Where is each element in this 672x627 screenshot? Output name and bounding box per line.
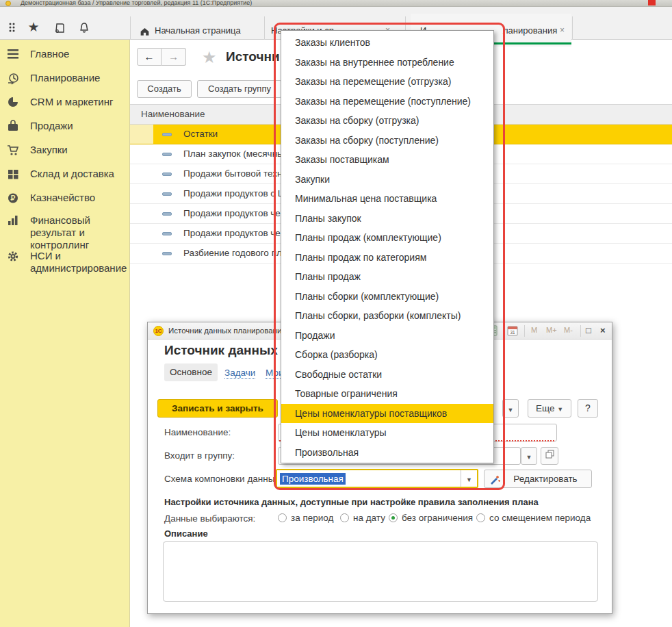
tab-home-label: Начальная страница [155, 25, 241, 36]
sidebar-item-label: Закупки [30, 144, 126, 156]
home-icon [140, 27, 150, 38]
settings-section-heading: Настройки источника данных, доступные пр… [164, 497, 539, 507]
radio-date[interactable]: на дату [340, 513, 385, 523]
radio-circle [340, 513, 349, 522]
titlebar-divider [580, 325, 581, 337]
dropdown-item[interactable]: Заказы поставщикам [281, 150, 493, 170]
edit-scheme-button[interactable]: Редактировать [484, 470, 592, 488]
scheme-combobox[interactable]: Произвольная ▼ [276, 469, 478, 488]
dropdown-item[interactable]: Заказы клиентов [281, 33, 493, 53]
toolbar-split-caret-button[interactable]: ▼ [502, 399, 519, 418]
notifications-bell-icon[interactable] [77, 22, 92, 37]
row-label: Остатки [183, 125, 218, 144]
group-dropdown-button[interactable]: ▼ [521, 447, 537, 465]
dropdown-item[interactable]: Свободные остатки [281, 365, 493, 385]
radio-circle [278, 513, 287, 522]
scheme-dropdown-list: Заказы клиентов Заказы на внутреннее пот… [281, 30, 494, 463]
memory-button[interactable]: M [531, 326, 537, 334]
tab-divider [572, 16, 573, 40]
radio-no-limit[interactable]: без ограничения [389, 513, 473, 523]
dropdown-item-highlighted[interactable]: Цены номенклатуры поставщиков [281, 404, 493, 424]
create-group-button[interactable]: Создать группу [197, 80, 282, 98]
radio-label: со смещением периода [489, 513, 591, 523]
tab-sources-label-suffix: ланирования [503, 25, 557, 36]
edit-scheme-label: Редактировать [513, 474, 577, 484]
more-button[interactable]: Еще ▼ [528, 399, 571, 418]
dropdown-item[interactable]: Минимальная цена поставщика [281, 189, 493, 209]
memory-minus-button[interactable]: M- [564, 326, 573, 334]
dropdown-item[interactable]: Заказы на сборку (поступление) [281, 131, 493, 151]
dropdown-item[interactable]: Планы продаж (комплектующие) [281, 228, 493, 248]
dropdown-item[interactable]: Товарные ограничения [281, 384, 493, 404]
data-source-icon [162, 133, 172, 136]
name-field-label: Наименование: [164, 427, 231, 437]
dropdown-item[interactable]: Цены номенклатуры [281, 423, 493, 443]
dropdown-item[interactable]: Заказы на перемещение (отгрузка) [281, 72, 493, 92]
service-menu-icon[interactable] [5, 22, 21, 37]
favorites-star-icon[interactable]: ★ [26, 19, 41, 34]
dropdown-item[interactable]: Заказы на перемещение (поступление) [281, 92, 493, 112]
history-icon[interactable] [52, 22, 67, 37]
row-label: Разбиение годового пл [183, 244, 282, 263]
radio-period[interactable]: за период [278, 513, 333, 523]
forward-button[interactable]: → [161, 48, 186, 66]
dialog-tab-tasks[interactable]: Задачи [224, 368, 255, 379]
dropdown-item[interactable]: Произвольная [281, 443, 493, 463]
scheme-selected-value: Произвольная [280, 473, 346, 485]
annotation-red-marker [648, 0, 656, 5]
tab-home[interactable]: Начальная страница [131, 14, 263, 47]
dropdown-item[interactable]: Планы закупок [281, 209, 493, 229]
sidebar-item-label: НСИ и администрирование [30, 250, 126, 274]
row-label: Продажи продуктов с L [183, 184, 283, 203]
help-button[interactable]: ? [578, 399, 598, 418]
toolbar-divider [130, 16, 131, 40]
row-label: Продажи бытовой техни [183, 164, 287, 183]
save-and-close-button[interactable]: Записать и закрыть [157, 399, 278, 418]
row-tree-cell [130, 125, 153, 144]
dropdown-item[interactable]: Сборка (разборка) [281, 345, 493, 365]
data-source-icon [162, 153, 172, 156]
sidebar-item-label: CRM и маркетинг [30, 96, 126, 108]
dropdown-item[interactable]: Заказы на внутреннее потребление [281, 53, 493, 73]
dialog-title: Источник данных планировани: [168, 327, 284, 335]
dialog-heading: Источник данных пл [164, 343, 298, 358]
radio-period-shift[interactable]: со смещением периода [476, 513, 591, 523]
data-source-icon [162, 192, 172, 196]
window-title: Демонстрационная база / Управление торго… [21, 0, 252, 6]
favorite-star-icon[interactable]: ★ [202, 48, 217, 67]
group-open-button[interactable] [541, 447, 558, 465]
data-select-label: Данные выбираются: [164, 513, 255, 524]
dropdown-item[interactable]: Планы сборки, разборки (комплекты) [281, 306, 493, 326]
app-logo-icon [5, 1, 11, 6]
tab-sources-close-icon[interactable]: × [560, 25, 565, 35]
dropdown-item[interactable]: Планы сборки (комплектующие) [281, 287, 493, 307]
svg-text:P: P [11, 194, 16, 202]
radio-circle-selected [389, 513, 398, 522]
description-textarea[interactable] [163, 541, 598, 602]
back-button[interactable]: ← [137, 48, 161, 66]
radio-circle [476, 513, 485, 522]
create-button[interactable]: Создать [137, 80, 192, 98]
radio-label: без ограничения [402, 513, 473, 523]
calendar-icon[interactable]: 31 [507, 325, 518, 337]
memory-plus-button[interactable]: M+ [546, 326, 557, 334]
close-icon[interactable]: × [600, 325, 606, 335]
group-field-label: Входит в группу: [164, 450, 235, 461]
scheme-dropdown-button[interactable]: ▼ [461, 470, 477, 487]
titlebar-divider [524, 325, 525, 337]
dropdown-item[interactable]: Заказы на сборку (отгрузка) [281, 111, 493, 131]
dropdown-item[interactable]: Закупки [281, 170, 493, 190]
sidebar: Главное Планирование CRM и маркетинг Про… [0, 40, 130, 627]
scheme-field-label: Схема компоновки данных: [164, 474, 282, 484]
dialog-tab-main[interactable]: Основное [164, 363, 218, 381]
dropdown-item[interactable]: Продажи [281, 326, 493, 346]
dropdown-item[interactable]: Планы продаж по категориям [281, 248, 493, 268]
radio-label: за период [291, 513, 333, 523]
app-window: Демонстрационная база / Управление торго… [0, 0, 672, 627]
sidebar-item-label: Планирование [30, 72, 126, 84]
data-source-icon [162, 172, 172, 176]
sidebar-item-label: Финансовый результат и контроллинг [30, 214, 126, 251]
sidebar-item-label: Склад и доставка [30, 168, 126, 180]
maximize-icon[interactable]: □ [586, 325, 591, 335]
dropdown-item[interactable]: Планы продаж [281, 267, 493, 287]
